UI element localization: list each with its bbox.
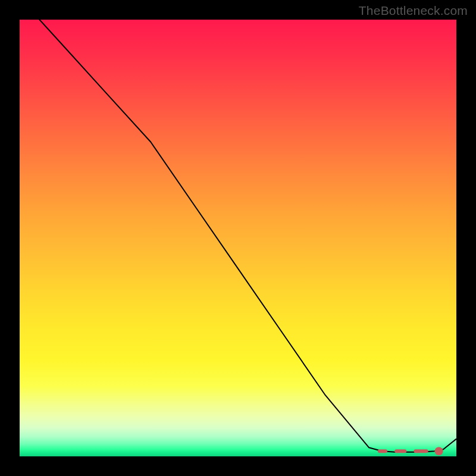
highlight-dash <box>414 449 428 453</box>
highlight-end-dot <box>435 447 443 455</box>
highlight-dash <box>394 449 406 453</box>
highlight-dash <box>378 449 387 453</box>
watermark-text: TheBottleneck.com <box>359 4 468 18</box>
chart-overlay <box>20 20 456 456</box>
data-curve <box>20 0 456 452</box>
chart-frame: TheBottleneck.com <box>0 0 476 476</box>
